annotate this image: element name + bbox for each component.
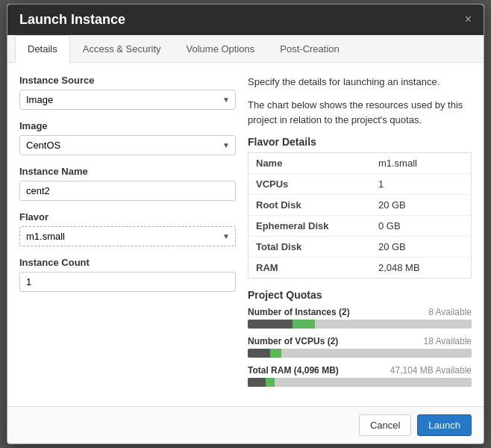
flavor-row-value: 20 GB [371, 195, 472, 216]
quota-label: Number of VCPUs (2) [248, 336, 338, 346]
flavor-row-key: Root Disk [248, 195, 371, 216]
instance-count-input[interactable] [19, 272, 236, 292]
launch-button[interactable]: Launch [417, 414, 472, 436]
image-label: Image [19, 120, 236, 131]
flavor-row-key: Name [248, 153, 371, 174]
flavor-table-row: Root Disk20 GB [248, 195, 472, 216]
instance-source-label: Instance Source [19, 75, 236, 86]
project-quotas-title: Project Quotas [248, 289, 472, 301]
flavor-row-value: m1.small [371, 153, 472, 174]
flavor-details-section: Flavor Details Namem1.smallVCPUs1Root Di… [248, 136, 472, 279]
quota-bars: Number of Instances (2) 8 Available Numb… [248, 307, 472, 387]
flavor-group: Flavor m1.small [19, 211, 236, 246]
quota-item: Total RAM (4,096 MB) 47,104 MB Available [248, 365, 472, 387]
quota-item: Number of VCPUs (2) 18 Available [248, 336, 472, 358]
info-text-line2: The chart below shows the resources used… [248, 98, 472, 127]
flavor-select-wrapper: m1.small [19, 226, 236, 246]
quota-bar-new [266, 378, 275, 387]
quota-available: 18 Available [424, 336, 472, 346]
quota-bar-new [293, 320, 315, 329]
flavor-row-key: VCPUs [248, 174, 371, 195]
flavor-label: Flavor [19, 211, 236, 223]
quota-bar-used [248, 349, 270, 358]
tab-post-creation[interactable]: Post-Creation [267, 35, 351, 63]
launch-instance-dialog: Launch Instance × Details Access & Secur… [7, 4, 484, 445]
left-panel: Instance Source Image Image CentOS Insta… [19, 75, 236, 395]
quota-bar-bg [248, 378, 472, 387]
cancel-button[interactable]: Cancel [359, 414, 411, 436]
quota-label: Total RAM (4,096 MB) [248, 365, 339, 376]
tab-bar: Details Access & Security Volume Options… [7, 35, 484, 63]
info-text-line1: Specify the details for launching an ins… [248, 75, 472, 90]
instance-name-group: Instance Name [19, 166, 236, 201]
quota-header: Number of VCPUs (2) 18 Available [248, 336, 472, 346]
dialog-title: Launch Instance [19, 12, 125, 28]
close-button[interactable]: × [465, 13, 472, 25]
flavor-row-value: 1 [371, 174, 472, 195]
flavor-details-title: Flavor Details [248, 136, 472, 148]
dialog-footer: Cancel Launch [7, 406, 484, 444]
flavor-row-value: 20 GB [371, 237, 472, 258]
flavor-row-value: 0 GB [371, 216, 472, 237]
flavor-row-value: 2,048 MB [371, 258, 472, 279]
quota-header: Total RAM (4,096 MB) 47,104 MB Available [248, 365, 472, 376]
quota-bar-used [248, 320, 293, 329]
quota-available: 47,104 MB Available [390, 365, 472, 376]
tab-volume-options[interactable]: Volume Options [174, 35, 268, 63]
quota-bar-new [270, 349, 281, 358]
instance-source-select-wrapper: Image [19, 90, 236, 110]
quota-bar-bg [248, 320, 472, 329]
flavor-table-row: Ephemeral Disk0 GB [248, 216, 472, 237]
dialog-header: Launch Instance × [7, 4, 484, 35]
tab-access-security[interactable]: Access & Security [70, 35, 174, 63]
quota-bar-bg [248, 349, 472, 358]
quota-available: 8 Available [428, 307, 472, 317]
instance-count-group: Instance Count [19, 257, 236, 292]
image-group: Image CentOS [19, 120, 236, 155]
flavor-table: Namem1.smallVCPUs1Root Disk20 GBEphemera… [248, 152, 472, 279]
quota-bar-used [248, 378, 266, 387]
flavor-table-row: Total Disk20 GB [248, 237, 472, 258]
image-select[interactable]: CentOS [19, 135, 236, 155]
instance-name-label: Instance Name [19, 166, 236, 177]
flavor-row-key: Ephemeral Disk [248, 216, 371, 237]
quota-label: Number of Instances (2) [248, 307, 350, 317]
instance-count-label: Instance Count [19, 257, 236, 268]
instance-name-input[interactable] [19, 181, 236, 201]
right-panel: Specify the details for launching an ins… [248, 75, 472, 395]
flavor-table-row: Namem1.small [248, 153, 472, 174]
flavor-table-row: VCPUs1 [248, 174, 472, 195]
flavor-select[interactable]: m1.small [19, 226, 236, 246]
project-quotas-section: Project Quotas Number of Instances (2) 8… [248, 289, 472, 387]
quota-item: Number of Instances (2) 8 Available [248, 307, 472, 329]
flavor-row-key: Total Disk [248, 237, 371, 258]
flavor-table-row: RAM2,048 MB [248, 258, 472, 279]
flavor-row-key: RAM [248, 258, 371, 279]
instance-source-group: Instance Source Image [19, 75, 236, 110]
quota-header: Number of Instances (2) 8 Available [248, 307, 472, 317]
tab-details[interactable]: Details [15, 35, 70, 63]
image-select-wrapper: CentOS [19, 135, 236, 155]
instance-source-select[interactable]: Image [19, 90, 236, 110]
dialog-body: Instance Source Image Image CentOS Insta… [7, 63, 484, 407]
